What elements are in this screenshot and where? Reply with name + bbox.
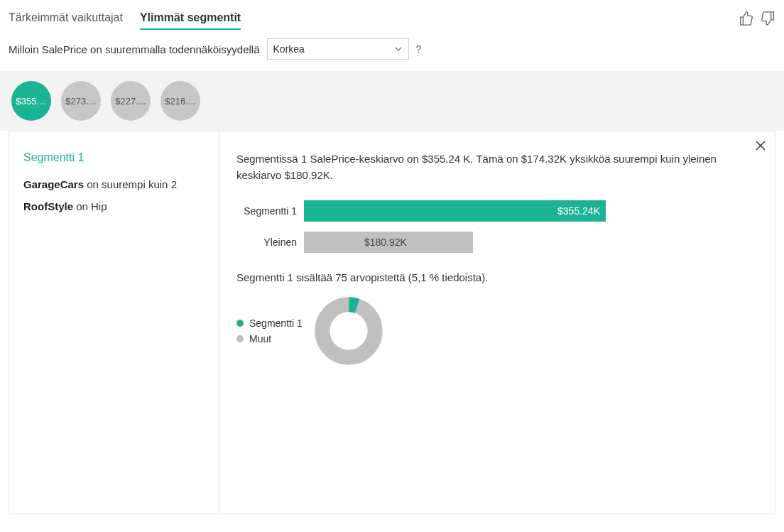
legend-dot-segment	[236, 320, 244, 327]
segment-title: Segmentti 1	[23, 151, 205, 164]
bar-overall: Yleinen $180.92K	[236, 232, 758, 253]
bar-label: Yleinen	[236, 237, 304, 248]
svg-point-2	[332, 315, 365, 348]
bar-fill-overall: $180.92K	[304, 232, 473, 253]
segment-bubble-4[interactable]: $216....	[160, 81, 200, 121]
tab-key-influencers[interactable]: Tärkeimmät vaikuttajat	[9, 7, 123, 30]
thumbs-down-icon[interactable]	[760, 11, 775, 26]
segment-bubbles: $355.... $273.... $227.... $216....	[0, 71, 784, 131]
segment-bubble-1[interactable]: $355....	[11, 81, 51, 121]
segment-rules-panel: Segmentti 1 GarageCars on suurempi kuin …	[9, 131, 219, 514]
bar-label: Segmentti 1	[236, 205, 304, 217]
donut-chart	[314, 296, 383, 366]
segment-summary: Segmentissä 1 SalePrice-keskiarvo on $35…	[236, 151, 719, 183]
segment-rule: RoofStyle on Hip	[23, 200, 205, 212]
chevron-down-icon	[394, 45, 403, 53]
legend-label: Muut	[249, 333, 271, 344]
close-icon[interactable]	[753, 139, 768, 153]
segment-rule: GarageCars on suurempi kuin 2	[23, 178, 205, 190]
select-value: Korkea	[273, 43, 305, 55]
segment-bubble-3[interactable]: $227....	[111, 81, 151, 121]
datapoints-text: Segmentti 1 sisältää 75 arvopistettä (5,…	[236, 271, 758, 283]
question-prefix: Milloin SalePrice on suuremmalla todennä…	[9, 43, 260, 55]
bar-fill-segment: $355.24K	[304, 200, 606, 222]
tab-top-segments[interactable]: Ylimmät segmentit	[140, 7, 241, 30]
help-icon[interactable]: ?	[416, 43, 422, 55]
segment-detail-panel: Segmentissä 1 SalePrice-keskiarvo on $35…	[219, 131, 775, 514]
segment-bubble-2[interactable]: $273....	[61, 81, 101, 121]
thumbs-up-icon[interactable]	[739, 11, 754, 26]
legend-dot-other	[236, 335, 244, 342]
bar-segment: Segmentti 1 $355.24K	[236, 200, 758, 222]
value-select[interactable]: Korkea	[267, 38, 409, 60]
legend-label: Segmentti 1	[249, 317, 303, 329]
donut-legend: Segmentti 1 Muut	[236, 317, 303, 344]
